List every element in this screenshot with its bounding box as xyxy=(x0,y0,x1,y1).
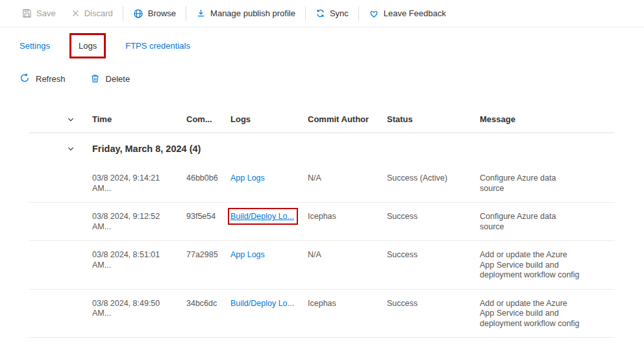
cell-commit: 34bc6dc xyxy=(186,299,230,309)
cell-status: Success xyxy=(387,212,480,222)
chevron-down-icon xyxy=(67,145,75,153)
manage-publish-profile-button[interactable]: Manage publish profile xyxy=(188,0,303,27)
sync-icon xyxy=(316,8,325,18)
tab-bar: Settings Logs FTPS credentials xyxy=(0,36,644,58)
table-row[interactable]: 03/8 2024, 8:51:01 AM... 77a2985 App Log… xyxy=(29,241,615,290)
cell-status: Success (Active) xyxy=(387,173,480,184)
browse-icon xyxy=(133,8,143,19)
command-bar: Save Discard Browse Manage publish profi… xyxy=(0,0,644,27)
sync-label: Sync xyxy=(330,8,349,18)
delete-label: Delete xyxy=(106,74,130,84)
toolbar-separator xyxy=(186,6,186,21)
save-button[interactable]: Save xyxy=(14,0,64,27)
cell-commit-author: N/A xyxy=(308,250,387,261)
trash-icon xyxy=(90,73,100,85)
cell-status: Success xyxy=(387,250,480,261)
cell-message: Configure Azure data source xyxy=(480,173,615,194)
browse-button[interactable]: Browse xyxy=(125,0,184,27)
delete-button[interactable]: Delete xyxy=(90,73,130,85)
header-logs[interactable]: Logs xyxy=(230,114,308,124)
cell-status: Success xyxy=(387,299,480,309)
header-status[interactable]: Status xyxy=(387,114,480,124)
cell-message: Add or update the Azure App Service buil… xyxy=(480,250,615,281)
cell-commit-author: Icephas xyxy=(308,212,387,222)
browse-label: Browse xyxy=(148,8,176,18)
tab-logs[interactable]: Logs xyxy=(77,36,98,58)
refresh-icon xyxy=(19,73,30,85)
save-label: Save xyxy=(36,8,56,18)
app-logs-link[interactable]: App Logs xyxy=(230,173,265,183)
refresh-button[interactable]: Refresh xyxy=(19,73,66,85)
table-row[interactable]: 03/8 2024, 9:12:52 AM... 93f5e54 Build/D… xyxy=(29,203,615,241)
table-row[interactable]: 03/8 2024, 8:49:50 AM... 34bc6dc Build/D… xyxy=(29,290,615,338)
cell-commit-author: Icephas xyxy=(308,299,387,309)
toolbar-separator xyxy=(123,6,123,21)
save-icon xyxy=(22,8,32,18)
cell-commit-author: N/A xyxy=(308,173,387,184)
cell-time: 03/8 2024, 9:12:52 AM... xyxy=(92,212,186,232)
refresh-label: Refresh xyxy=(36,74,66,84)
cell-message: Add or update the Azure App Service buil… xyxy=(480,299,615,329)
discard-button[interactable]: Discard xyxy=(64,0,121,27)
tab-logs-label: Logs xyxy=(79,41,97,51)
heart-icon xyxy=(369,8,379,19)
discard-icon xyxy=(71,9,80,18)
cell-time: 03/8 2024, 8:49:50 AM... xyxy=(92,299,186,319)
cell-time: 03/8 2024, 9:14:21 AM... xyxy=(92,173,186,194)
logs-action-bar: Refresh Delete xyxy=(0,73,644,85)
toolbar-separator xyxy=(305,6,306,21)
header-time[interactable]: Time xyxy=(92,114,186,124)
table-row[interactable]: 03/8 2024, 9:14:21 AM... 46bb0b6 App Log… xyxy=(29,164,615,203)
header-collapse-all[interactable] xyxy=(29,116,92,123)
sync-button[interactable]: Sync xyxy=(308,0,356,27)
build-deploy-logs-link[interactable]: Build/Deploy Lo... xyxy=(230,299,294,308)
cell-time: 03/8 2024, 8:51:01 AM... xyxy=(92,250,186,270)
chevron-down-icon xyxy=(67,116,75,123)
build-deploy-logs-link[interactable]: Build/Deploy Lo... xyxy=(230,212,294,221)
download-icon xyxy=(196,8,206,18)
cell-commit: 77a2985 xyxy=(186,250,230,261)
leave-feedback-label: Leave Feedback xyxy=(384,8,446,18)
cell-commit: 93f5e54 xyxy=(186,212,230,222)
header-commit-author[interactable]: Commit Author xyxy=(308,114,387,124)
toolbar-separator xyxy=(358,6,359,21)
date-group-row: Friday, March 8, 2024 (4) xyxy=(29,133,615,164)
cell-commit: 46bb0b6 xyxy=(186,173,230,184)
header-commit[interactable]: Com... xyxy=(186,114,230,124)
group-collapse-toggle[interactable] xyxy=(29,145,92,153)
discard-label: Discard xyxy=(84,8,113,18)
leave-feedback-button[interactable]: Leave Feedback xyxy=(361,0,454,27)
header-message[interactable]: Message xyxy=(480,114,615,124)
app-logs-link[interactable]: App Logs xyxy=(230,250,265,259)
cell-message: Configure Azure data source xyxy=(480,212,615,232)
table-header-row: Time Com... Logs Commit Author Status Me… xyxy=(29,106,615,133)
tab-ftps-credentials[interactable]: FTPS credentials xyxy=(124,36,192,58)
tab-settings[interactable]: Settings xyxy=(18,36,51,58)
date-group-label: Friday, March 8, 2024 (4) xyxy=(92,144,615,154)
deployment-logs-table: Time Com... Logs Commit Author Status Me… xyxy=(29,106,615,338)
manage-publish-profile-label: Manage publish profile xyxy=(210,8,295,18)
